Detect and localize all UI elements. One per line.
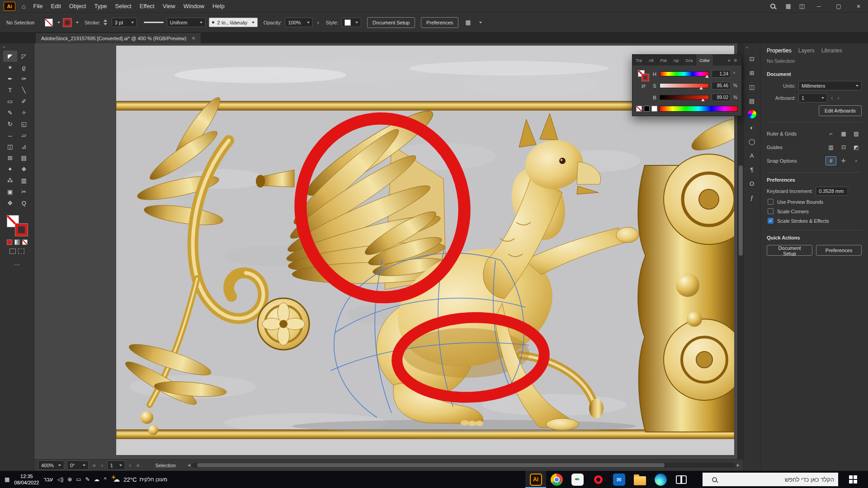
home-icon[interactable]: ⌂ <box>18 3 29 10</box>
line-segment-tool[interactable]: ╲ <box>17 84 31 96</box>
stroke-color-indicator[interactable] <box>15 224 28 236</box>
pencil-tool[interactable]: ✎ <box>3 107 17 118</box>
none-swatch[interactable] <box>636 106 642 112</box>
draw-behind-icon[interactable] <box>18 249 24 254</box>
gradient-panel-icon[interactable]: ◐ <box>746 122 757 132</box>
snap-to-point-icon[interactable]: ✛ <box>838 156 849 165</box>
search-icon[interactable] <box>770 4 775 9</box>
direct-selection-tool[interactable]: ◸ <box>17 51 31 62</box>
close-document-icon[interactable]: × <box>192 35 195 42</box>
touch-keyboard-icon[interactable]: ▦ <box>5 476 9 483</box>
edge-taskbar-icon[interactable] <box>650 471 671 488</box>
artboard-tool[interactable]: ▣ <box>3 186 17 197</box>
pen-input-icon[interactable]: ✎ <box>85 476 90 483</box>
speaker-icon[interactable]: ◁) <box>57 476 63 483</box>
toolbar-collapse-icon[interactable]: » <box>0 43 34 51</box>
restore-button[interactable]: ▢ <box>829 0 848 12</box>
paintbrush-tool[interactable]: ✐ <box>17 96 31 107</box>
scroll-left-icon[interactable]: ◀ <box>188 463 190 467</box>
rectangle-tool[interactable]: ▭ <box>3 96 17 107</box>
show-transparency-grid-icon[interactable]: ▨ <box>851 129 862 138</box>
none-mode-icon[interactable] <box>22 239 28 245</box>
stroke-color-swatch[interactable] <box>63 19 71 27</box>
scale-tool[interactable]: ◱ <box>17 118 31 130</box>
stroke-weight-dropdown[interactable]: 3 pt <box>112 18 137 27</box>
width-profile-dropdown[interactable]: Uniform <box>167 18 206 27</box>
explorer-taskbar-icon[interactable] <box>629 471 650 488</box>
width-tool[interactable]: ↔ <box>3 130 17 141</box>
taskbar-search[interactable]: הקלד כאן כדי לחפש <box>703 473 838 486</box>
horizontal-scrollbar[interactable]: ◀ ▶ <box>188 463 740 468</box>
mesh-tool[interactable]: ⊞ <box>3 152 17 164</box>
arrange-documents-icon[interactable]: ▦ <box>782 3 794 9</box>
zoom-tool[interactable]: Q <box>17 197 31 209</box>
shape-builder-tool[interactable]: ◫ <box>3 141 17 152</box>
previous-artboard-icon[interactable]: ‹ <box>830 94 834 101</box>
workspace-switcher-icon[interactable]: ◫ <box>796 3 808 9</box>
brush-definition-dropdown[interactable]: 2 ío., íäàeuáy <box>209 18 258 27</box>
stroke-dropdown-caret-icon[interactable] <box>76 22 79 23</box>
panel-stroke-swatch[interactable] <box>642 74 649 81</box>
menu-view[interactable]: View <box>159 3 179 9</box>
s-slider[interactable] <box>660 83 709 88</box>
align-caret-icon[interactable] <box>479 22 482 23</box>
glyphs-panel-icon[interactable]: ƒ <box>746 192 757 202</box>
vertical-scroll-thumb[interactable] <box>739 165 743 256</box>
panel-tab-tra[interactable]: Tra <box>632 55 646 66</box>
preferences-button[interactable]: Preferences <box>816 245 862 256</box>
h-value-field[interactable]: 1.24 <box>712 70 731 78</box>
b-slider[interactable] <box>660 95 709 100</box>
tab-properties[interactable]: Properties <box>767 47 792 54</box>
show-grid-icon[interactable]: ▦ <box>838 129 849 138</box>
color-spectrum[interactable] <box>659 106 738 112</box>
checkbox-box[interactable]: ✓ <box>768 218 774 224</box>
illustrator-taskbar-icon[interactable]: Ai <box>525 471 546 488</box>
show-guides-icon[interactable]: ▥ <box>826 143 836 152</box>
next-artboard-icon[interactable]: › <box>128 462 132 469</box>
slice-tool[interactable]: ✂ <box>17 186 31 197</box>
align-options-icon[interactable]: ▦ <box>462 19 474 26</box>
menu-file[interactable]: File <box>29 3 47 9</box>
outlook-taskbar-icon[interactable]: ✉ <box>609 471 629 488</box>
minimize-button[interactable]: ─ <box>809 0 828 12</box>
appearance-panel-icon[interactable]: ◯ <box>746 136 757 146</box>
shaper-tool[interactable]: ✧ <box>17 107 31 118</box>
menu-edit[interactable]: Edit <box>47 3 65 9</box>
toolbar-more-icon[interactable]: … <box>0 259 34 267</box>
units-dropdown[interactable]: Millimeters <box>798 81 862 90</box>
fill-dropdown-caret-icon[interactable] <box>57 22 60 23</box>
horizontal-scroll-track[interactable] <box>192 463 736 468</box>
illustrator-logo[interactable]: Ai <box>4 2 15 11</box>
onedrive-icon[interactable]: ☁ <box>94 476 99 483</box>
artboard-number-dropdown[interactable]: 1 <box>107 460 125 470</box>
comments-panel-icon[interactable]: ⊡ <box>746 54 757 64</box>
rotation-dropdown[interactable]: 0° <box>67 460 89 470</box>
swap-fill-stroke-icon[interactable]: ⇄ <box>641 83 645 89</box>
next-artboard-icon[interactable]: › <box>836 94 840 101</box>
menu-select[interactable]: Select <box>111 3 136 9</box>
panel-tab-pat[interactable]: Pat <box>657 55 670 66</box>
white-swatch[interactable] <box>651 106 657 112</box>
s-value-field[interactable]: 85.46 <box>712 82 731 89</box>
last-artboard-icon[interactable]: » <box>135 462 141 469</box>
panel-expand-icon[interactable]: » <box>726 57 732 63</box>
color-mode-icon[interactable] <box>7 239 12 245</box>
tab-layers[interactable]: Layers <box>798 47 815 54</box>
checkbox-box[interactable] <box>768 208 774 214</box>
stroke-weight-stepper[interactable] <box>104 19 108 27</box>
document-setup-button[interactable]: Document Setup <box>367 17 415 28</box>
menu-object[interactable]: Object <box>65 3 90 9</box>
style-dropdown[interactable] <box>341 18 361 27</box>
panel-menu-icon[interactable]: ≡ <box>732 57 739 63</box>
panel-tab-ali[interactable]: Ali <box>646 55 657 66</box>
checkbox-box[interactable] <box>768 199 774 205</box>
panel-tab-ap[interactable]: Ap <box>670 55 683 66</box>
color-panel-icon[interactable] <box>748 110 756 118</box>
h-slider[interactable] <box>660 71 709 76</box>
type-tool[interactable]: T <box>3 84 17 96</box>
document-setup-button[interactable]: Document Setup <box>767 245 812 256</box>
lock-guides-icon[interactable]: ⊡ <box>838 143 849 152</box>
taskbar-clock[interactable]: 12:35 08/04/2022 <box>14 473 39 486</box>
preferences-button[interactable]: Preferences <box>421 17 458 28</box>
menu-effect[interactable]: Effect <box>136 3 159 9</box>
